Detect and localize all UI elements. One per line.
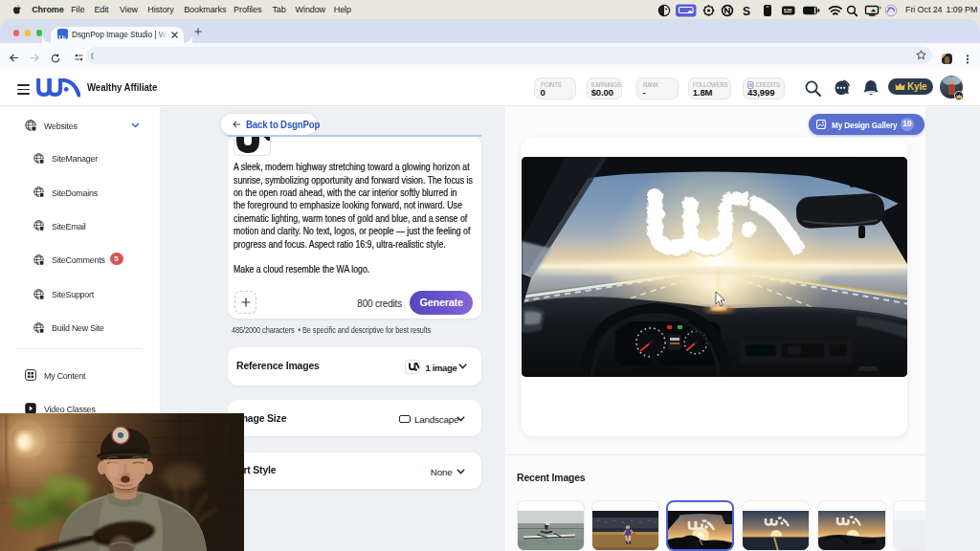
svg-text:S: S [743,4,750,17]
